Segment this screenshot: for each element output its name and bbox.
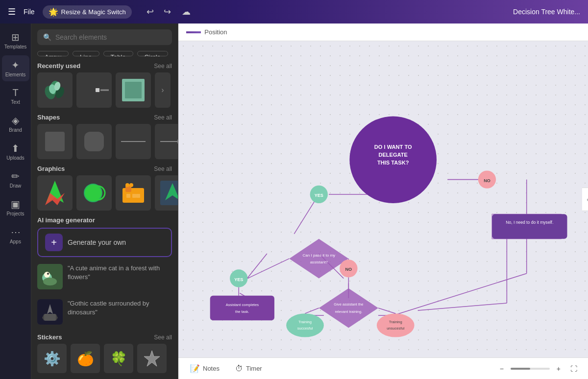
svg-line-77 xyxy=(305,308,319,313)
no-delegate-box xyxy=(492,214,567,238)
sidebar-item-elements[interactable]: ✦ Elements xyxy=(2,55,29,81)
square-shape xyxy=(45,132,65,151)
panel-collapse-button[interactable]: ‹ xyxy=(582,188,588,211)
graphic-item-4[interactable] xyxy=(155,175,178,211)
file-menu[interactable]: File xyxy=(24,8,35,16)
sticker-2[interactable]: 🍊 xyxy=(71,344,100,373)
notes-button[interactable]: 📝 Notes xyxy=(186,362,223,375)
elements-panel: 🔍 Arrow Line Table Circle › Recently use… xyxy=(31,24,178,379)
sticker-1[interactable]: ⚙️ xyxy=(37,344,67,373)
filter-circle[interactable]: Circle xyxy=(137,51,168,56)
timer-label: Timer xyxy=(246,365,262,372)
svg-rect-6 xyxy=(96,88,99,92)
recent-item-3[interactable] xyxy=(116,72,151,108)
shapes-see-all[interactable]: See all xyxy=(154,114,172,121)
recent-item-1[interactable] xyxy=(37,72,73,108)
redo-button[interactable]: ↪ xyxy=(161,5,174,18)
stickers-see-all[interactable]: See all xyxy=(154,334,172,341)
cloud-save-icon[interactable]: ☁ xyxy=(182,6,191,17)
bottom-bar: 📝 Notes ⏱ Timer − + ⛶ xyxy=(178,357,588,379)
svg-line-41 xyxy=(247,254,267,278)
svg-rect-21 xyxy=(126,194,130,198)
filter-line[interactable]: Line xyxy=(73,51,99,56)
sidebar-item-templates[interactable]: ⊞ Templates xyxy=(2,27,29,53)
graphics-header: Graphics See all xyxy=(37,165,172,172)
filter-arrow[interactable]: Arrow xyxy=(37,51,69,56)
assistant-box xyxy=(210,296,274,320)
svg-text:assistant?: assistant? xyxy=(310,260,328,264)
templates-icon: ⊞ xyxy=(11,31,20,43)
recently-used-more[interactable]: › xyxy=(155,72,171,108)
timer-button[interactable]: ⏱ Timer xyxy=(231,362,266,375)
zoom-out-button[interactable]: − xyxy=(497,364,507,374)
notes-icon: 📝 xyxy=(190,364,200,373)
topbar: ☰ File 🌟 Resize & Magic Switch ↩ ↪ ☁ Dec… xyxy=(0,0,588,24)
training-fail-bubble xyxy=(377,313,415,337)
sidebar-item-projects[interactable]: ▣ Projects xyxy=(2,194,29,220)
recently-used-see-all[interactable]: See all xyxy=(154,63,172,70)
give-training-diamond: Give assistant the relevant training. xyxy=(319,288,378,328)
sidebar-item-uploads[interactable]: ⬆ Uploads xyxy=(2,139,29,165)
uploads-icon: ⬆ xyxy=(11,142,20,154)
zoom-slider[interactable] xyxy=(511,368,550,370)
search-icon: 🔍 xyxy=(43,33,51,41)
zoom-controls: − + ⛶ xyxy=(497,364,580,374)
shape-line-item[interactable] xyxy=(116,124,151,159)
main-layout: ⊞ Templates ✦ Elements T Text ◈ Brand ⬆ … xyxy=(0,24,588,379)
sticker-3[interactable]: 🍀 xyxy=(104,344,133,373)
icon-sidebar: ⊞ Templates ✦ Elements T Text ◈ Brand ⬆ … xyxy=(0,24,31,379)
resize-label: Resize & Magic Switch xyxy=(61,8,126,16)
graphic-item-3[interactable] xyxy=(116,175,151,211)
ai-prompt-1[interactable]: "A cute anime cat in a forest with flowe… xyxy=(37,261,172,292)
ai-prompt-1-image xyxy=(37,264,63,289)
svg-text:relevant training.: relevant training. xyxy=(335,309,362,314)
sidebar-item-brand[interactable]: ◈ Brand xyxy=(2,111,29,137)
shape-arrow-item[interactable] xyxy=(155,124,178,159)
search-input[interactable] xyxy=(55,33,166,41)
undo-redo-nav: ↩ ↪ xyxy=(144,5,174,18)
graphics-see-all[interactable]: See all xyxy=(154,166,172,172)
graphics-section: Graphics See all xyxy=(37,165,172,211)
svg-text:THIS TASK?: THIS TASK? xyxy=(377,160,409,166)
generate-own-button[interactable]: + Generate your own xyxy=(37,228,172,257)
shape-rounded-item[interactable] xyxy=(76,124,112,159)
projects-icon: ▣ xyxy=(11,198,20,210)
svg-text:Training: Training xyxy=(389,320,402,324)
recent-item-2[interactable] xyxy=(76,72,112,108)
graphics-title: Graphics xyxy=(37,165,65,172)
sidebar-item-apps[interactable]: ⋯ Apps xyxy=(2,222,29,248)
recently-used-section: Recently used See all xyxy=(37,62,172,108)
undo-button[interactable]: ↩ xyxy=(144,5,157,18)
svg-rect-23 xyxy=(136,194,140,198)
sidebar-item-draw[interactable]: ✏ Draw xyxy=(2,166,29,192)
stickers-header: Stickers See all xyxy=(37,333,172,341)
svg-point-19 xyxy=(125,183,129,187)
svg-rect-9 xyxy=(125,82,142,98)
sticker-4[interactable] xyxy=(137,344,167,373)
recently-used-title: Recently used xyxy=(37,62,80,70)
ai-prompt-2-text: "Gothic castle surrounded by dinosaurs" xyxy=(68,299,172,317)
svg-text:DO I WANT TO: DO I WANT TO xyxy=(374,144,412,150)
canvas-area: Position xyxy=(178,24,588,379)
canvas-content[interactable]: DO I WANT TO DELEGATE THIS TASK? YES NO … xyxy=(178,41,588,357)
elements-icon: ✦ xyxy=(11,59,20,71)
svg-point-30 xyxy=(47,273,49,275)
ai-generator-section: AI image generator + Generate your own xyxy=(37,216,172,328)
filter-table[interactable]: Table xyxy=(103,51,133,56)
zoom-in-button[interactable]: + xyxy=(554,364,564,374)
graphic-item-1[interactable] xyxy=(37,175,73,211)
draw-icon: ✏ xyxy=(11,170,20,182)
shape-square-item[interactable] xyxy=(37,124,73,159)
zoom-slider-fill xyxy=(511,368,530,370)
shapes-header: Shapes See all xyxy=(37,114,172,121)
sidebar-item-text[interactable]: T Text xyxy=(2,83,29,109)
ai-prompt-2[interactable]: "Gothic castle surrounded by dinosaurs" xyxy=(37,296,172,328)
hamburger-icon[interactable]: ☰ xyxy=(8,6,16,17)
shapes-title: Shapes xyxy=(37,114,60,121)
svg-text:YES: YES xyxy=(315,193,323,198)
resize-magic-switch[interactable]: 🌟 Resize & Magic Switch xyxy=(43,5,132,19)
search-box[interactable]: 🔍 xyxy=(37,29,172,45)
svg-point-20 xyxy=(129,183,133,187)
graphic-item-2[interactable] xyxy=(76,175,112,211)
zoom-fit-button[interactable]: ⛶ xyxy=(567,364,580,374)
